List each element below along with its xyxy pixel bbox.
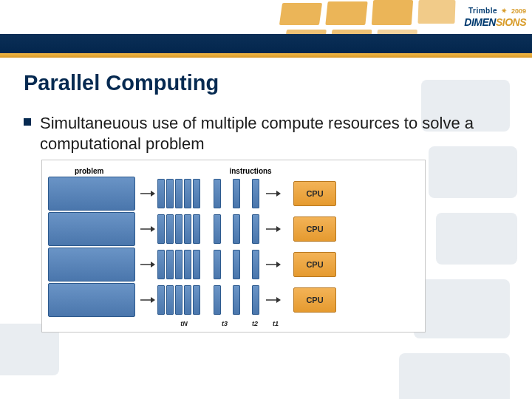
instruction-bar xyxy=(233,214,240,244)
arrow-icon xyxy=(265,296,282,304)
cpu-box: CPU xyxy=(293,216,336,242)
problem-block xyxy=(48,248,135,282)
bullet-text: Simultaneuous use of multiple compute re… xyxy=(40,113,508,154)
instruction-bar xyxy=(157,179,165,208)
instruction-bar xyxy=(252,214,259,244)
instruction-bar xyxy=(184,250,191,279)
instruction-bar xyxy=(214,179,221,208)
header-navy-bar xyxy=(0,34,532,53)
svg-marker-7 xyxy=(276,226,281,232)
instruction-row: CPU xyxy=(140,177,336,211)
problem-column xyxy=(48,177,135,317)
cpu-box: CPU xyxy=(293,252,336,277)
svg-marker-11 xyxy=(276,262,281,267)
instruction-bar xyxy=(175,250,183,279)
instruction-bar xyxy=(214,285,221,315)
instruction-bar xyxy=(214,214,221,244)
problem-block xyxy=(48,283,135,317)
instruction-bar xyxy=(184,285,191,315)
instruction-row: CPU xyxy=(140,283,336,317)
arrow-icon xyxy=(140,260,156,269)
instruction-bar xyxy=(157,285,165,315)
instruction-bar xyxy=(166,285,174,315)
arrow-icon xyxy=(140,296,156,304)
arrow-icon xyxy=(140,189,156,198)
instruction-bar xyxy=(166,214,174,244)
slide-title: Parallel Computing xyxy=(24,71,508,95)
arrow-icon xyxy=(265,260,282,269)
slide-content: Parallel Computing Simultaneuous use of … xyxy=(24,71,508,332)
diagram-header: problem instructions xyxy=(48,165,419,177)
svg-marker-13 xyxy=(151,297,155,303)
instruction-bar xyxy=(193,285,200,315)
label-instructions: instructions xyxy=(229,167,271,175)
svg-marker-5 xyxy=(151,226,155,232)
svg-marker-9 xyxy=(151,262,155,267)
instruction-group xyxy=(157,179,200,208)
logo-brand: Trimble xyxy=(468,7,497,15)
problem-block xyxy=(48,212,135,246)
instruction-bar xyxy=(175,285,183,315)
svg-marker-3 xyxy=(276,191,281,197)
instruction-row: CPU xyxy=(140,248,336,282)
bullet-square-icon xyxy=(24,118,31,126)
instruction-bar xyxy=(184,214,191,244)
instruction-bar xyxy=(157,250,165,279)
instruction-bar xyxy=(166,179,174,208)
logo-event-name: DIMENSIONS xyxy=(464,16,526,28)
cpu-box: CPU xyxy=(293,181,336,206)
parallel-diagram: problem instructions xyxy=(41,160,426,332)
instruction-bar xyxy=(166,250,174,279)
svg-marker-1 xyxy=(151,191,155,197)
instruction-bar xyxy=(175,214,183,244)
event-logo: Trimble ✷ 2009 DIMENSIONS xyxy=(464,3,526,28)
arrow-icon xyxy=(140,225,156,233)
cpu-box: CPU xyxy=(293,287,336,313)
instruction-bar xyxy=(157,214,165,244)
time-label: tN xyxy=(163,320,205,327)
instruction-bar xyxy=(233,250,240,279)
diagram-body: CPU CPU xyxy=(48,177,419,317)
instruction-rows: CPU CPU xyxy=(140,177,336,317)
logo-year: 2009 xyxy=(511,7,526,15)
instruction-bar xyxy=(252,285,259,315)
problem-block xyxy=(48,177,135,211)
arrow-icon xyxy=(265,189,282,198)
instruction-bar xyxy=(252,250,259,279)
instruction-bar xyxy=(193,250,200,279)
time-label: t3 xyxy=(205,320,245,327)
time-label: t2 xyxy=(245,320,265,327)
instruction-bar xyxy=(193,214,200,244)
arrow-icon xyxy=(265,225,282,233)
svg-marker-15 xyxy=(276,297,281,303)
instruction-group xyxy=(157,214,200,244)
instruction-row: CPU xyxy=(140,212,336,246)
instruction-group xyxy=(157,285,200,315)
instruction-bar xyxy=(184,179,191,208)
instruction-bar xyxy=(175,179,183,208)
logo-star-icon: ✷ xyxy=(501,7,507,15)
diagram-time-labels: tN t3 t2 t1 xyxy=(48,320,419,327)
instruction-bar xyxy=(252,179,259,208)
instruction-bar xyxy=(214,250,221,279)
instruction-bar xyxy=(193,179,200,208)
bullet-item: Simultaneuous use of multiple compute re… xyxy=(24,113,508,154)
instruction-group xyxy=(157,250,200,279)
label-problem: problem xyxy=(75,167,103,175)
instruction-bar xyxy=(233,285,240,315)
instruction-bar xyxy=(233,179,240,208)
time-label: t1 xyxy=(265,320,286,327)
